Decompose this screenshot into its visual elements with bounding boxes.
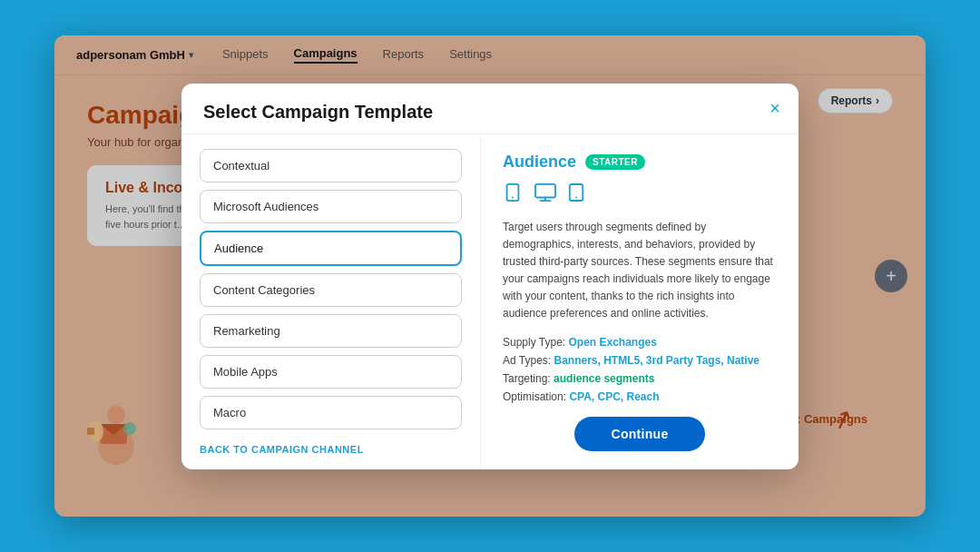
campaign-template-modal: Select Campaign Template × Contextual Mi… xyxy=(181,84,799,469)
template-audience[interactable]: Audience xyxy=(200,231,462,266)
ad-types-label: Ad Types: xyxy=(503,354,551,367)
continue-button[interactable]: Continue xyxy=(574,417,704,451)
optimisation-value: CPA, CPC, Reach xyxy=(569,390,659,403)
supply-type-label: Supply Type: xyxy=(503,336,565,349)
modal-title: Select Campaign Template xyxy=(203,102,777,123)
targeting-label: Targeting: xyxy=(503,372,551,385)
supply-type-row: Supply Type: Open Exchanges xyxy=(503,336,777,349)
template-detail-title: Audience xyxy=(503,153,576,172)
app-window: adpersonam GmbH ▾ Snippets Campaigns Rep… xyxy=(54,35,926,517)
optimisation-label: Optimisation: xyxy=(503,390,566,403)
template-microsoft-audiences[interactable]: Microsoft Audiences xyxy=(200,190,462,223)
template-contextual[interactable]: Contextual xyxy=(200,149,462,182)
ad-types-row: Ad Types: Banners, HTML5, 3rd Party Tags… xyxy=(503,354,777,367)
template-detail-header: Audience STARTER xyxy=(503,153,777,172)
optimisation-row: Optimisation: CPA, CPC, Reach xyxy=(503,390,777,403)
close-button[interactable]: × xyxy=(769,98,780,119)
modal-overlay: Select Campaign Template × Contextual Mi… xyxy=(54,35,926,517)
targeting-value: audience segments xyxy=(554,372,654,385)
mobile-icon xyxy=(503,182,523,208)
template-remarketing[interactable]: Remarketing xyxy=(200,314,462,348)
template-list: Contextual Microsoft Audiences Audience … xyxy=(181,134,481,469)
template-macro[interactable]: Macro xyxy=(200,396,462,429)
template-detail: Audience STARTER xyxy=(481,134,799,469)
modal-header: Select Campaign Template × xyxy=(181,84,799,134)
tablet-icon xyxy=(568,182,584,208)
targeting-row: Targeting: audience segments xyxy=(503,372,777,385)
svg-rect-9 xyxy=(535,183,555,197)
supply-type-value: Open Exchanges xyxy=(569,336,657,349)
desktop-icon xyxy=(534,182,557,208)
back-to-campaign-channel-link[interactable]: BACK TO CAMPAIGN CHANNEL xyxy=(200,444,462,455)
device-icons-row xyxy=(503,182,777,208)
template-mobile-apps[interactable]: Mobile Apps xyxy=(200,355,462,389)
template-content-categories[interactable]: Content Categories xyxy=(200,273,462,307)
template-description: Target users through segments defined by… xyxy=(503,219,777,323)
ad-types-value: Banners, HTML5, 3rd Party Tags, Native xyxy=(554,354,760,367)
modal-body: Contextual Microsoft Audiences Audience … xyxy=(181,134,799,469)
starter-badge: STARTER xyxy=(585,154,645,170)
